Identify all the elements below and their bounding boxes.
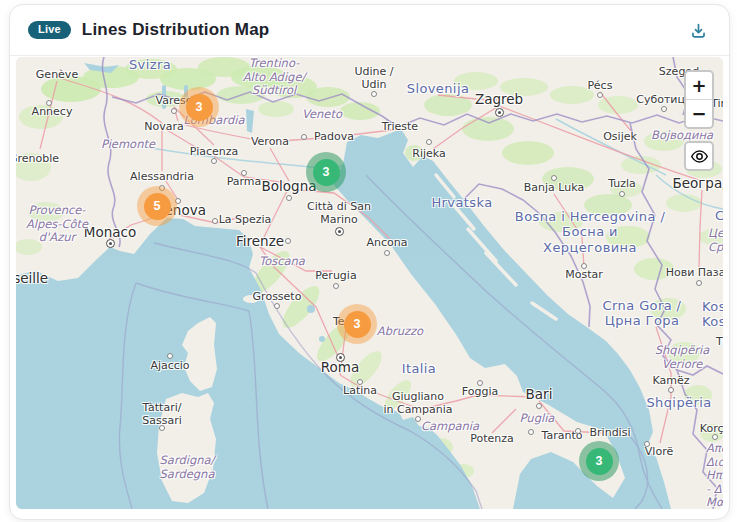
town-dot-icon <box>357 379 363 385</box>
cluster-marker[interactable]: 3 <box>306 152 346 192</box>
lines-distribution-card: Live Lines Distribution Map <box>9 4 730 520</box>
town-dot-icon <box>415 416 421 422</box>
map[interactable]: + − GenèveAnnecyGrenobleVareseNovaraPiac… <box>16 57 723 509</box>
eye-icon <box>690 147 709 166</box>
cluster-count: 3 <box>344 311 371 338</box>
town-dot-icon <box>551 175 557 181</box>
town-dot-icon <box>661 106 667 112</box>
town-ring-icon <box>336 353 345 362</box>
town-dot-icon <box>274 303 280 309</box>
town-dot-icon <box>575 428 581 434</box>
cluster-marker[interactable]: 3 <box>337 304 377 344</box>
cluster-count: 3 <box>313 159 340 186</box>
town-dot-icon <box>285 238 291 244</box>
cluster-count: 3 <box>586 448 613 475</box>
town-dot-icon <box>536 403 542 409</box>
town-dot-icon <box>426 139 432 145</box>
town-dot-icon <box>581 263 587 269</box>
town-dot-icon <box>171 108 177 114</box>
town-dot-icon <box>597 92 603 98</box>
cluster-count: 3 <box>186 94 213 121</box>
visibility-button[interactable] <box>684 141 714 171</box>
page-title: Lines Distribution Map <box>82 20 270 40</box>
town-dot-icon <box>712 434 718 440</box>
map-basemap <box>16 57 723 509</box>
town-dot-icon <box>211 158 217 164</box>
live-badge: Live <box>28 21 71 39</box>
town-dot-icon <box>212 218 218 224</box>
town-dot-icon <box>333 283 339 289</box>
town-dot-icon <box>477 380 483 386</box>
town-dot-icon <box>619 191 625 197</box>
town-dot-icon <box>384 250 390 256</box>
town-dot-icon <box>301 134 307 140</box>
town-dot-icon <box>159 425 165 431</box>
town-dot-icon <box>371 91 377 97</box>
town-dot-icon <box>644 441 650 447</box>
download-icon <box>689 21 708 40</box>
download-button[interactable] <box>685 17 711 43</box>
town-dot-icon <box>528 429 534 435</box>
zoom-out-button[interactable]: − <box>686 99 712 127</box>
cluster-marker[interactable]: 3 <box>179 87 219 127</box>
zoom-control: + − <box>684 70 714 129</box>
zoom-in-button[interactable]: + <box>686 72 712 99</box>
town-dot-icon <box>696 280 702 286</box>
town-ring-icon <box>335 227 344 236</box>
cluster-marker[interactable]: 3 <box>579 441 619 481</box>
town-dot-icon <box>286 195 292 201</box>
town-dot-icon <box>46 100 52 106</box>
cluster-count: 5 <box>144 193 171 220</box>
town-dot-icon <box>668 387 674 393</box>
town-ring-icon <box>106 239 115 248</box>
town-ring-icon <box>495 108 504 117</box>
cluster-marker[interactable]: 5 <box>137 186 177 226</box>
town-dot-icon <box>241 170 247 176</box>
town-dot-icon <box>167 353 173 359</box>
card-header: Live Lines Distribution Map <box>10 5 729 56</box>
